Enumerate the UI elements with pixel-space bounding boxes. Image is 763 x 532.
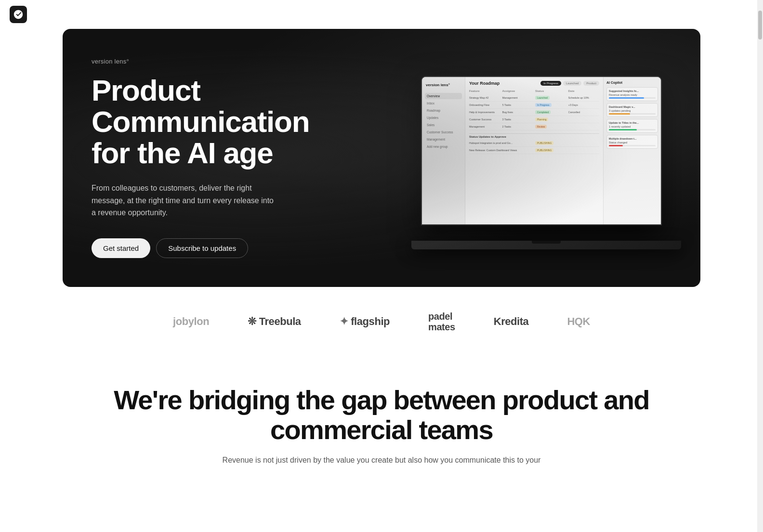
hero-brand: version lens° [92,58,332,65]
jobylon-text: jobylon [173,315,209,328]
flagship-icon: ✦ [340,315,348,328]
treebula-icon: ❊ [248,315,256,328]
top-nav [0,0,763,29]
hero-buttons: Get started Subscribe to updates [92,238,332,258]
partner-logo-treebula: ❊ Treebula [248,315,301,328]
partners-section: jobylon ❊ Treebula ✦ flagship padelmates… [0,287,763,356]
kredita-text: Kredita [494,315,529,328]
scrollbar[interactable] [757,0,763,532]
get-started-button[interactable]: Get started [92,238,150,258]
partner-logo-hqk: HQK [567,315,590,328]
partner-logo-flagship: ✦ flagship [340,315,390,328]
hero-section: version lens° Product Communication for … [63,29,700,287]
subscribe-button[interactable]: Subscribe to updates [156,238,248,258]
logo-svg [13,9,24,20]
hqk-text: HQK [567,315,590,328]
partner-logo-kredita: Kredita [494,315,529,328]
padelmates-text: padelmates [428,311,455,332]
bridging-title: We're bridging the gap between product a… [96,385,667,444]
partner-logo-padelmates: padelmates [428,311,455,332]
hero-title: Product Communication for the AI age [92,75,332,169]
partner-logo-jobylon: jobylon [173,315,209,328]
hero-description: From colleagues to customers, deliver th… [92,182,275,219]
treebula-text: Treebula [259,315,301,328]
app-logo-icon[interactable] [10,6,27,23]
scrollbar-thumb[interactable] [758,11,762,39]
bridging-description: Revenue is not just driven by the value … [213,454,550,467]
flagship-text: flagship [351,315,390,328]
bridging-section: We're bridging the gap between product a… [0,356,763,481]
hero-content: version lens° Product Communication for … [63,29,361,287]
